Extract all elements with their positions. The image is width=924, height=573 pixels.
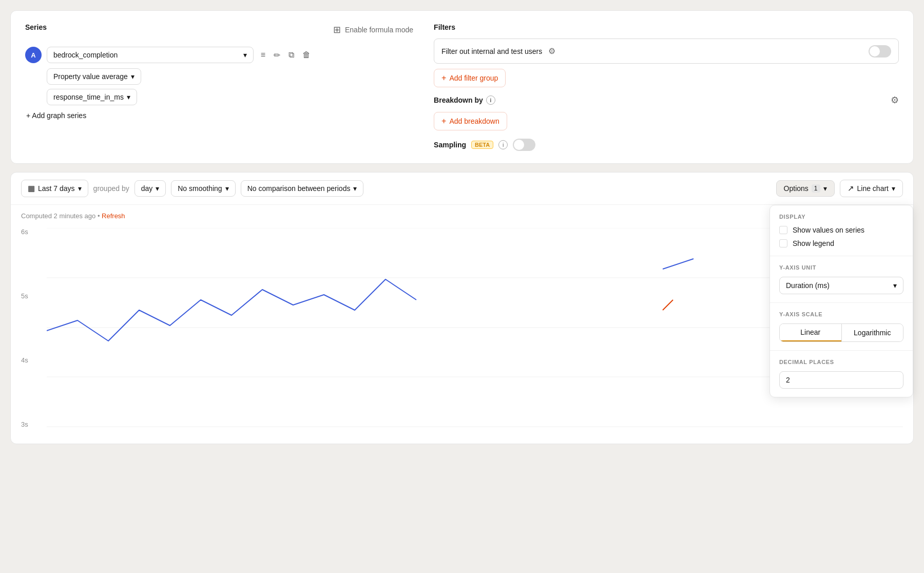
bottom-panel: ▦ Last 7 days ▾ grouped by day ▾ No smoo…: [10, 172, 914, 444]
y-axis-unit-title: Y-AXIS UNIT: [779, 264, 903, 271]
date-range-chevron-icon: ▾: [78, 184, 82, 193]
smoothing-select[interactable]: No smoothing ▾: [171, 180, 235, 197]
series-title: Series: [25, 23, 47, 31]
add-filter-button[interactable]: + Add filter group: [434, 69, 506, 87]
breakdown-plus-icon: +: [441, 117, 446, 126]
filter-icon[interactable]: ≡: [259, 48, 267, 62]
y-label-6s: 6s: [21, 228, 32, 236]
show-values-checkbox[interactable]: [779, 226, 787, 234]
sampling-info-icon[interactable]: i: [498, 140, 508, 149]
y-axis-scale-section: Y-AXIS SCALE Linear Logarithmic: [770, 302, 913, 350]
property-value-label: Property value average: [53, 72, 128, 81]
breakdown-gear-icon[interactable]: ⚙: [891, 94, 899, 106]
refresh-button[interactable]: Refresh: [102, 212, 125, 220]
date-range-label: Last 7 days: [38, 184, 75, 193]
filter-row: Filter out internal and test users ⚙: [434, 39, 899, 64]
scale-buttons: Linear Logarithmic: [779, 323, 903, 342]
show-legend-checkbox[interactable]: [779, 239, 787, 247]
filters-title: Filters: [434, 23, 899, 31]
sampling-toggle[interactable]: [513, 139, 535, 151]
plus-icon: +: [441, 73, 446, 83]
filters-section: Filters Filter out internal and test use…: [434, 23, 899, 151]
filter-internal-text: Filter out internal and test users: [441, 47, 542, 55]
pencil-icon[interactable]: ✏: [272, 48, 282, 62]
dot-separator: •: [98, 212, 100, 220]
sub-selects: Property value average ▾ response_time_i…: [47, 68, 313, 105]
options-dropdown: DISPLAY Show values on series Show legen…: [769, 205, 913, 397]
line-chart-label: Line chart: [857, 184, 889, 193]
series-name-select[interactable]: bedrock_completion ▾: [47, 47, 254, 63]
chart-area: Computed 2 minutes ago • Refresh 6s 5s 4…: [11, 205, 913, 444]
y-label-3s: 3s: [21, 421, 32, 428]
filter-gear-icon[interactable]: ⚙: [546, 44, 557, 58]
unit-chevron-icon: ▾: [893, 281, 897, 290]
options-button[interactable]: Options 1 ▾: [776, 180, 835, 197]
smoothing-chevron-icon: ▾: [225, 184, 229, 193]
calendar-icon: ▦: [28, 184, 35, 193]
display-title: DISPLAY: [779, 214, 903, 220]
unit-select[interactable]: Duration (ms) ▾: [779, 277, 903, 294]
response-time-select[interactable]: response_time_in_ms ▾: [47, 89, 137, 105]
response-time-label: response_time_in_ms: [53, 93, 124, 101]
series-section: Series A bedrock_completion ▾ ≡ ✏ ⧉ 🗑 Pr: [25, 23, 313, 151]
sampling-row: Sampling BETA i: [434, 139, 899, 151]
sampling-label: Sampling: [434, 141, 466, 149]
grouped-by-chevron-icon: ▾: [156, 184, 159, 193]
comparison-select[interactable]: No comparison between periods ▾: [241, 180, 364, 197]
y-axis-scale-title: Y-AXIS SCALE: [779, 311, 903, 317]
add-breakdown-label: Add breakdown: [449, 117, 499, 125]
line-chart-icon: ↗: [848, 184, 854, 193]
smoothing-label: No smoothing: [178, 184, 222, 193]
decimal-places-section: DECIMAL PLACES: [770, 350, 913, 397]
options-count-badge: 1: [812, 184, 820, 193]
y-axis-unit-section: Y-AXIS UNIT Duration (ms) ▾: [770, 256, 913, 302]
computed-label: Computed 2 minutes ago: [21, 212, 95, 220]
unit-value-label: Duration (ms): [786, 281, 830, 290]
decimal-places-title: DECIMAL PLACES: [779, 359, 903, 365]
breakdown-label: Breakdown by i: [434, 96, 495, 105]
y-label-5s: 5s: [21, 292, 32, 300]
options-label: Options: [784, 184, 808, 193]
logarithmic-button[interactable]: Logarithmic: [841, 324, 903, 341]
property-chevron-icon: ▾: [131, 72, 134, 81]
line-chart-chevron-icon: ▾: [892, 184, 895, 193]
line-chart-button[interactable]: ↗ Line chart ▾: [840, 180, 903, 197]
sampling-beta-badge: BETA: [471, 141, 493, 149]
grouped-by-value: day: [141, 184, 153, 193]
show-values-row: Show values on series: [779, 226, 903, 234]
show-values-label: Show values on series: [793, 226, 864, 234]
response-time-chevron-icon: ▾: [127, 93, 130, 101]
show-legend-row: Show legend: [779, 239, 903, 247]
series-actions: ≡ ✏ ⧉ 🗑: [259, 48, 313, 62]
copy-icon[interactable]: ⧉: [286, 48, 296, 62]
breakdown-row: Breakdown by i ⚙: [434, 94, 899, 106]
options-chevron-icon: ▾: [823, 184, 827, 193]
decimal-places-input[interactable]: [779, 371, 903, 389]
property-value-select[interactable]: Property value average ▾: [47, 68, 141, 85]
filter-toggle[interactable]: [869, 45, 891, 58]
breakdown-title-text: Breakdown by: [434, 96, 483, 104]
series-name-label: bedrock_completion: [53, 51, 118, 59]
add-breakdown-button[interactable]: + Add breakdown: [434, 112, 507, 130]
trash-icon[interactable]: 🗑: [300, 48, 313, 62]
y-axis: 6s 5s 4s 3s: [21, 228, 32, 428]
filter-label: Filter out internal and test users ⚙: [441, 44, 557, 58]
y-label-4s: 4s: [21, 356, 32, 364]
comparison-chevron-icon: ▾: [353, 184, 357, 193]
grouped-by-select[interactable]: day ▾: [134, 180, 166, 197]
add-series-button[interactable]: + Add graph series: [26, 111, 86, 120]
date-range-select[interactable]: ▦ Last 7 days ▾: [21, 180, 88, 197]
series-avatar: A: [25, 47, 42, 63]
formula-icon: ⊞: [333, 24, 341, 35]
comparison-label: No comparison between periods: [247, 184, 351, 193]
top-panel: Series A bedrock_completion ▾ ≡ ✏ ⧉ 🗑 Pr: [10, 10, 914, 164]
grouped-by-text: grouped by: [93, 184, 129, 193]
breakdown-info-icon[interactable]: i: [486, 96, 495, 105]
toolbar: ▦ Last 7 days ▾ grouped by day ▾ No smoo…: [11, 173, 913, 205]
show-legend-label: Show legend: [793, 239, 834, 247]
display-section: DISPLAY Show values on series Show legen…: [770, 205, 913, 256]
formula-mode-button[interactable]: ⊞ Enable formula mode: [333, 23, 413, 35]
chevron-down-icon: ▾: [243, 51, 247, 59]
linear-button[interactable]: Linear: [780, 324, 841, 341]
add-filter-label: Add filter group: [449, 74, 498, 82]
